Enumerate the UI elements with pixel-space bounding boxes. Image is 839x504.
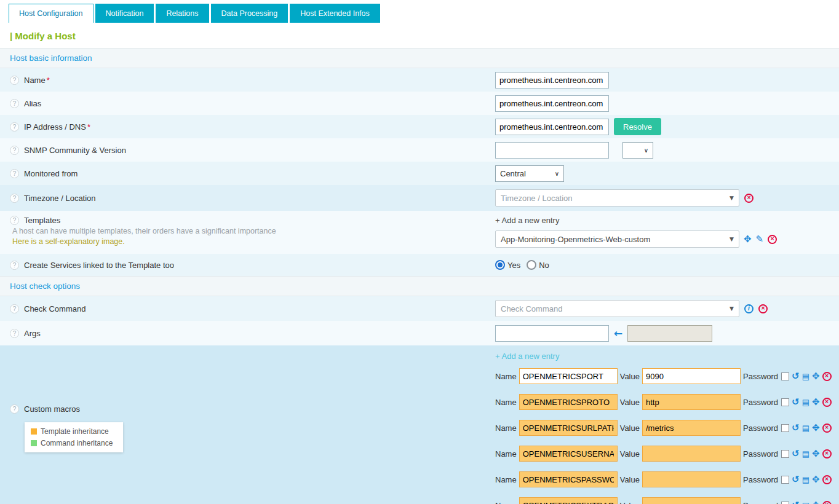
macro-move-icon[interactable]: ✥ — [812, 398, 820, 407]
create-services-yes-radio[interactable] — [495, 260, 505, 270]
dropdown-arrow-icon: ▼ — [730, 305, 734, 312]
macro-description-icon[interactable]: ▤ — [802, 450, 809, 458]
dropdown-arrow-icon: ▼ — [730, 195, 734, 201]
macro-move-icon[interactable]: ✥ — [812, 475, 820, 484]
macro-name-input[interactable] — [519, 368, 618, 384]
macro-description-icon[interactable]: ▤ — [802, 476, 809, 484]
ip-input[interactable] — [495, 119, 609, 135]
templates-hint-link[interactable]: Here is a self-explanatory image. — [12, 237, 125, 246]
macro-value-input[interactable] — [642, 497, 741, 504]
help-icon[interactable]: ? — [10, 194, 19, 203]
required-mark: * — [47, 76, 50, 85]
alias-input[interactable] — [495, 95, 609, 112]
macro-password-checkbox[interactable] — [781, 398, 789, 406]
macro-delete-icon[interactable]: ✕ — [822, 398, 832, 407]
macros-add-entry-link[interactable]: + Add a new entry — [495, 352, 832, 361]
macro-undo-icon[interactable]: ↺ — [792, 423, 800, 433]
tab-host-configuration[interactable]: Host Configuration — [9, 4, 93, 23]
macro-name-input[interactable] — [519, 394, 618, 410]
macro-value-input[interactable] — [642, 420, 741, 436]
name-input[interactable] — [495, 72, 609, 89]
resolve-button[interactable]: Resolve — [614, 118, 661, 135]
edit-template-icon[interactable]: ✎ — [756, 235, 764, 244]
custom-macros-label: Custom macros — [24, 404, 80, 414]
macro-value-input[interactable] — [642, 471, 741, 487]
macro-value-input[interactable] — [642, 368, 741, 384]
macro-password-checkbox[interactable] — [781, 502, 789, 504]
templates-label: Templates — [24, 216, 60, 225]
template-selected-value: App-Monitoring-Openmetrics-Web-custom — [501, 235, 650, 244]
macro-description-icon[interactable]: ▤ — [802, 398, 809, 406]
move-template-icon[interactable]: ✥ — [744, 235, 752, 244]
macro-name-input[interactable] — [519, 497, 618, 504]
macro-description-icon[interactable]: ▤ — [802, 502, 809, 504]
help-icon[interactable]: ? — [10, 304, 19, 313]
snmp-community-input[interactable] — [495, 142, 609, 159]
check-command-info-icon[interactable]: i — [744, 304, 754, 313]
macro-delete-icon[interactable]: ✕ — [822, 449, 832, 459]
args-inherited-input — [627, 325, 712, 342]
snmp-label: SNMP Community & Version — [24, 146, 126, 155]
macro-move-icon[interactable]: ✥ — [812, 372, 820, 381]
macro-delete-icon[interactable]: ✕ — [822, 475, 832, 484]
create-services-no-radio[interactable] — [527, 260, 536, 270]
clear-check-command-icon[interactable]: ✕ — [758, 304, 768, 313]
macro-name-input[interactable] — [519, 471, 618, 487]
help-icon[interactable]: ? — [10, 169, 19, 178]
macro-value-input[interactable] — [642, 446, 741, 462]
macro-name-input[interactable] — [519, 420, 618, 436]
args-input[interactable] — [495, 325, 609, 342]
tab-data-processing[interactable]: Data Processing — [211, 4, 288, 23]
tab-relations[interactable]: Relations — [156, 4, 209, 23]
help-icon[interactable]: ? — [10, 99, 19, 108]
macro-delete-icon[interactable]: ✕ — [822, 501, 832, 504]
macro-move-icon[interactable]: ✥ — [812, 501, 820, 504]
check-command-placeholder: Check Command — [501, 304, 562, 313]
tab-host-extended-infos[interactable]: Host Extended Infos — [290, 4, 380, 23]
macro-name-label: Name — [495, 398, 517, 407]
help-icon[interactable]: ? — [10, 329, 19, 338]
help-icon[interactable]: ? — [10, 146, 19, 155]
monitored-from-select[interactable]: Central ∨ — [495, 165, 564, 182]
macro-undo-icon[interactable]: ↺ — [792, 398, 800, 407]
delete-template-icon[interactable]: ✕ — [768, 235, 777, 244]
alias-label: Alias — [24, 99, 41, 108]
macro-name-label: Name — [495, 423, 517, 433]
help-icon[interactable]: ? — [10, 216, 19, 225]
snmp-version-select[interactable]: ∨ — [622, 142, 653, 159]
create-services-yes-label: Yes — [507, 261, 520, 270]
tab-notification[interactable]: Notification — [95, 4, 154, 23]
macro-value-input[interactable] — [642, 394, 741, 410]
macro-password-label: Password — [743, 372, 778, 381]
chevron-down-icon: ∨ — [644, 147, 648, 154]
macro-row: Name Value Password ↺ ▤ ✥ ✕ — [495, 441, 832, 467]
macro-undo-icon[interactable]: ↺ — [792, 501, 800, 504]
macro-undo-icon[interactable]: ↺ — [792, 449, 800, 459]
macro-move-icon[interactable]: ✥ — [812, 423, 820, 433]
help-icon[interactable]: ? — [10, 404, 19, 414]
macro-move-icon[interactable]: ✥ — [812, 449, 820, 459]
clear-timezone-icon[interactable]: ✕ — [744, 194, 754, 203]
macro-delete-icon[interactable]: ✕ — [822, 372, 832, 381]
macro-name-input[interactable] — [519, 446, 618, 462]
dropdown-arrow-icon: ▼ — [730, 236, 734, 242]
help-icon[interactable]: ? — [10, 76, 19, 85]
macro-undo-icon[interactable]: ↺ — [792, 372, 800, 381]
help-icon[interactable]: ? — [10, 122, 19, 132]
macro-value-label: Value — [620, 449, 640, 459]
macro-password-checkbox[interactable] — [781, 476, 789, 484]
macro-undo-icon[interactable]: ↺ — [792, 475, 800, 484]
macro-description-icon[interactable]: ▤ — [802, 424, 809, 432]
help-icon[interactable]: ? — [10, 261, 19, 270]
macro-delete-icon[interactable]: ✕ — [822, 423, 832, 433]
timezone-select[interactable]: Timezone / Location ▼ — [495, 189, 739, 207]
macro-description-icon[interactable]: ▤ — [802, 372, 809, 380]
macro-password-checkbox[interactable] — [781, 424, 789, 432]
check-command-select[interactable]: Check Command ▼ — [495, 300, 739, 317]
templates-add-entry-link[interactable]: + Add a new entry — [495, 216, 559, 225]
macro-password-checkbox[interactable] — [781, 450, 789, 458]
check-command-label: Check Command — [24, 304, 85, 313]
row-alias: ? Alias — [0, 92, 839, 115]
template-select[interactable]: App-Monitoring-Openmetrics-Web-custom ▼ — [495, 230, 739, 248]
macro-password-checkbox[interactable] — [781, 372, 789, 380]
